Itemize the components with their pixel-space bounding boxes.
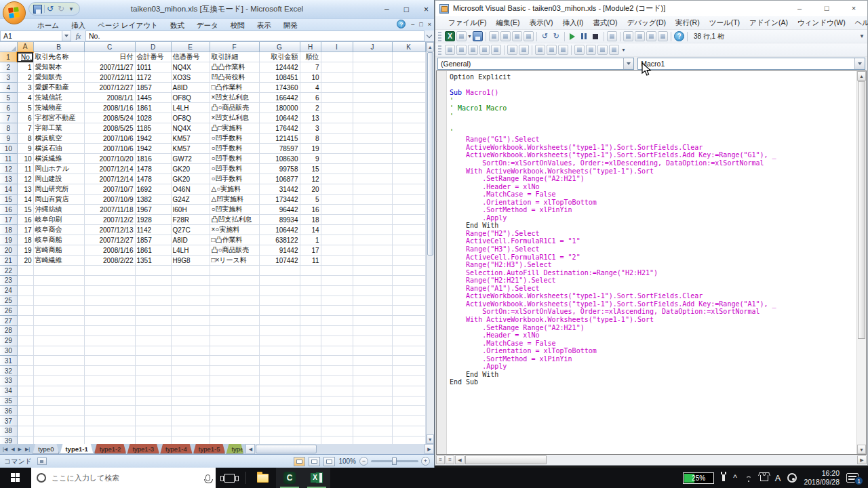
cell-I24[interactable] xyxy=(321,285,353,296)
cell-I11[interactable] xyxy=(321,154,353,164)
cell-D19[interactable]: 1857 xyxy=(135,235,171,245)
ime-mode-indicator[interactable]: A xyxy=(775,473,781,483)
vertical-scrollbar[interactable]: ▲ ▼ xyxy=(426,42,435,444)
break-icon[interactable] xyxy=(579,31,589,41)
cell-B26[interactable] xyxy=(33,306,84,316)
cell-C37[interactable] xyxy=(84,416,135,426)
cell-J1[interactable] xyxy=(353,52,392,62)
cell-E18[interactable]: Q27C xyxy=(171,225,210,235)
formula-bar-expand-icon[interactable] xyxy=(425,30,434,41)
excel-taskbar-button[interactable]: X xyxy=(303,468,330,488)
row-header-21[interactable]: 21 xyxy=(0,256,17,266)
toolbox-icon[interactable] xyxy=(658,31,668,41)
cell-H37[interactable] xyxy=(300,416,321,426)
cell-C30[interactable] xyxy=(84,346,135,356)
cell-D39[interactable] xyxy=(135,436,171,444)
cell-K4[interactable] xyxy=(392,83,425,93)
cell-A13[interactable]: 12 xyxy=(17,174,33,184)
cell-H31[interactable] xyxy=(300,356,321,366)
cell-H2[interactable]: 7 xyxy=(300,62,321,73)
cell-A15[interactable]: 14 xyxy=(17,195,33,205)
cell-C19[interactable]: 2007/12/27 xyxy=(84,235,135,245)
cell-F18[interactable]: ×○実施料 xyxy=(210,225,259,235)
cell-K32[interactable] xyxy=(392,366,425,376)
cell-I18[interactable] xyxy=(321,225,353,235)
cell-E25[interactable] xyxy=(171,296,210,306)
row-header-3[interactable]: 3 xyxy=(0,73,17,83)
cell-E19[interactable]: A8ID xyxy=(171,235,210,245)
cell-D9[interactable]: 1942 xyxy=(135,134,171,144)
cell-B39[interactable] xyxy=(33,436,84,444)
cell-K17[interactable] xyxy=(392,215,425,225)
cell-J30[interactable] xyxy=(353,346,392,356)
cell-F10[interactable]: ○凹手数料 xyxy=(210,144,259,154)
last-sheet-icon[interactable]: ▶| xyxy=(24,447,31,452)
cell-E17[interactable]: F28R xyxy=(171,215,210,225)
cell-E36[interactable] xyxy=(171,406,210,416)
cell-A25[interactable] xyxy=(17,296,33,306)
vbe-menu-6[interactable]: 実行(R) xyxy=(671,16,705,29)
workbook-restore-button[interactable]: □ xyxy=(419,21,422,28)
cell-K36[interactable] xyxy=(392,406,425,416)
cell-I27[interactable] xyxy=(321,316,353,326)
cell-J2[interactable] xyxy=(353,62,392,73)
cell-A26[interactable] xyxy=(17,306,33,316)
vbe-undo-icon[interactable]: ↺ xyxy=(540,31,550,41)
cell-D34[interactable] xyxy=(135,386,171,396)
cell-J22[interactable] xyxy=(353,266,392,276)
cell-K22[interactable] xyxy=(392,266,425,276)
vbe-menu-0[interactable]: ファイル(F) xyxy=(443,16,491,29)
cell-I14[interactable] xyxy=(321,184,353,195)
cell-C39[interactable] xyxy=(84,436,135,444)
code-vertical-scrollbar[interactable]: ▲ ▼ xyxy=(856,71,866,454)
cell-F9[interactable]: ○凹手数料 xyxy=(210,134,259,144)
scroll-left-icon[interactable]: ◀ xyxy=(245,444,255,454)
cell-A30[interactable] xyxy=(17,346,33,356)
cell-G13[interactable]: 106877 xyxy=(259,174,300,184)
cell-G29[interactable] xyxy=(259,336,300,346)
cell-G37[interactable] xyxy=(259,416,300,426)
cell-K7[interactable] xyxy=(392,113,425,123)
cell-J29[interactable] xyxy=(353,336,392,346)
vbe-menu-1[interactable]: 編集(E) xyxy=(491,16,524,29)
cell-H35[interactable] xyxy=(300,396,321,406)
cell-D6[interactable]: 1861 xyxy=(135,103,171,113)
toggle-bookmark-icon[interactable] xyxy=(574,45,585,55)
cell-F31[interactable] xyxy=(210,356,259,366)
cell-F26[interactable] xyxy=(210,306,259,316)
cell-F24[interactable] xyxy=(210,285,259,296)
cell-A10[interactable]: 9 xyxy=(17,144,33,154)
view-excel-icon[interactable]: X xyxy=(445,31,455,41)
row-header-10[interactable]: 10 xyxy=(0,144,17,154)
cell-I5[interactable] xyxy=(321,93,353,103)
find-icon[interactable] xyxy=(524,31,534,41)
cell-J28[interactable] xyxy=(353,326,392,336)
cell-F12[interactable]: ○凹手数料 xyxy=(210,164,259,174)
cell-B38[interactable] xyxy=(33,426,84,436)
cell-G7[interactable]: 106442 xyxy=(259,113,300,123)
column-header-K[interactable]: K xyxy=(392,42,425,52)
cell-K16[interactable] xyxy=(392,205,425,215)
cell-K25[interactable] xyxy=(392,296,425,306)
cell-B33[interactable] xyxy=(33,376,84,386)
cell-C13[interactable]: 2007/12/14 xyxy=(84,174,135,184)
cell-D1[interactable]: 会計番号 xyxy=(135,52,171,62)
cell-G17[interactable]: 89934 xyxy=(259,215,300,225)
cell-D38[interactable] xyxy=(135,426,171,436)
cell-A35[interactable] xyxy=(17,396,33,406)
cell-H22[interactable] xyxy=(300,266,321,276)
cell-F39[interactable] xyxy=(210,436,259,444)
normal-view-button[interactable] xyxy=(294,457,305,466)
row-header-31[interactable]: 31 xyxy=(0,356,17,366)
wifi-icon[interactable] xyxy=(744,474,753,482)
cell-D5[interactable]: 1445 xyxy=(135,93,171,103)
cell-E14[interactable]: O46N xyxy=(171,184,210,195)
cell-J14[interactable] xyxy=(353,184,392,195)
cell-J26[interactable] xyxy=(353,306,392,316)
cell-H16[interactable]: 16 xyxy=(300,205,321,215)
cell-J17[interactable] xyxy=(353,215,392,225)
cell-I25[interactable] xyxy=(321,296,353,306)
cell-F20[interactable]: 凸○商品販売 xyxy=(210,245,259,256)
cell-A32[interactable] xyxy=(17,366,33,376)
cell-H18[interactable]: 14 xyxy=(300,225,321,235)
